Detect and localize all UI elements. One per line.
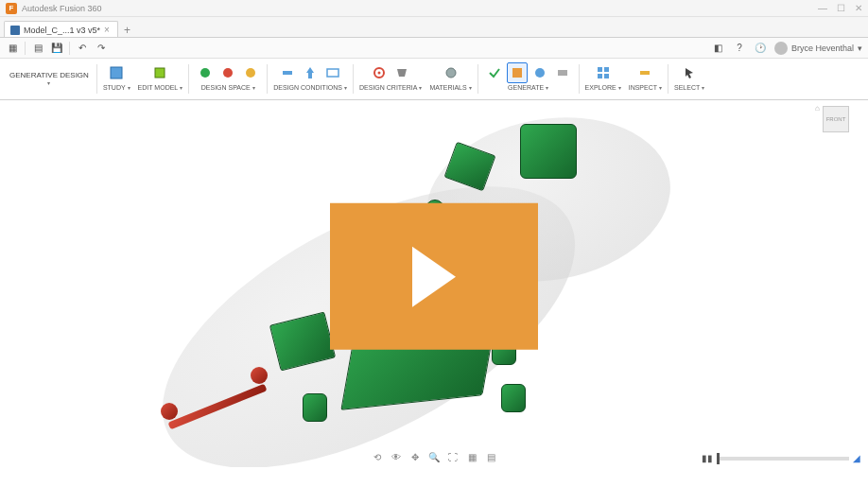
quick-access-toolbar: ▦ ▤ 💾 ↶ ↷ ◧ ? 🕑 Bryce Heventhal ▾: [0, 38, 868, 59]
edit-model-label: EDIT MODEL: [138, 84, 179, 91]
timeline-play-icon[interactable]: ▮▮: [702, 453, 713, 463]
timeline-handle[interactable]: [717, 453, 720, 464]
study-group: STUDY▾: [99, 61, 134, 97]
inspect-label: INSPECT: [629, 84, 657, 91]
constraints-button[interactable]: [277, 62, 298, 83]
home-view-icon[interactable]: ⌂: [815, 104, 820, 113]
display-settings-icon[interactable]: ▦: [465, 450, 478, 463]
status-button[interactable]: [552, 62, 573, 83]
user-name: Bryce Heventhal: [791, 43, 854, 53]
pan-icon[interactable]: ✥: [408, 450, 422, 463]
svg-rect-16: [604, 74, 609, 78]
explore-label: EXPLORE: [585, 84, 616, 91]
precheck-button[interactable]: [484, 62, 505, 83]
inspect-button[interactable]: [634, 62, 655, 83]
svg-point-4: [246, 68, 255, 78]
svg-point-9: [446, 68, 456, 78]
notifications-icon[interactable]: 🕑: [754, 42, 767, 55]
svg-rect-15: [598, 74, 602, 78]
generate-label: GENERATE: [508, 84, 544, 91]
user-menu[interactable]: Bryce Heventhal ▾: [774, 42, 862, 55]
svg-rect-10: [512, 68, 522, 78]
preserve-geometry-button[interactable]: [195, 62, 216, 83]
undo-icon[interactable]: ↶: [76, 42, 89, 55]
zoom-icon[interactable]: 🔍: [427, 450, 441, 463]
app-icon: F: [6, 3, 17, 14]
generate-group: GENERATE▾: [480, 61, 577, 97]
title-bar: F Autodesk Fusion 360 — ☐ ✕: [0, 0, 868, 17]
design-criteria-group: DESIGN CRITERIA▾: [356, 61, 425, 97]
svg-rect-14: [604, 67, 609, 72]
look-icon[interactable]: 👁: [390, 450, 403, 463]
objectives-button[interactable]: [369, 62, 390, 83]
svg-rect-12: [558, 70, 567, 76]
play-icon: [412, 246, 456, 306]
svg-rect-1: [155, 68, 165, 78]
explore-button[interactable]: [593, 62, 614, 83]
svg-point-8: [378, 72, 381, 75]
previewer-button[interactable]: [507, 62, 528, 83]
fit-icon[interactable]: ⛶: [446, 450, 460, 463]
chevron-down-icon: ▾: [858, 43, 862, 53]
study-button[interactable]: [106, 62, 127, 83]
workspace-label: GENERATIVE DESIGN: [9, 71, 89, 80]
inspect-group: INSPECT▾: [625, 61, 666, 97]
explore-group: EXPLORE▾: [582, 61, 625, 97]
edit-model-button[interactable]: [149, 62, 170, 83]
manufacturing-button[interactable]: [391, 62, 412, 83]
design-conditions-label: DESIGN CONDITIONS: [273, 84, 342, 91]
materials-button[interactable]: [441, 62, 461, 83]
load-case-button[interactable]: [322, 62, 343, 83]
redo-icon[interactable]: ↷: [95, 42, 108, 55]
window-controls: — ☐ ✕: [818, 3, 862, 13]
timeline: ▮▮ ◢: [702, 453, 860, 463]
svg-rect-13: [598, 67, 602, 72]
document-tabs: Model_C_...1 v3 v5* × +: [0, 17, 868, 38]
svg-point-2: [200, 68, 210, 78]
workspace-switcher[interactable]: GENERATIVE DESIGN ▾: [4, 61, 95, 97]
svg-rect-6: [327, 69, 339, 77]
navigation-bar: ⟲ 👁 ✥ 🔍 ⛶ ▦ ▤: [365, 448, 503, 465]
starting-shape-button[interactable]: [240, 62, 261, 83]
svg-point-11: [535, 68, 545, 78]
tab-label: Model_C_...1 v3 v5*: [24, 26, 100, 35]
edit-model-group: EDIT MODEL▾: [134, 61, 187, 97]
viewcube-face[interactable]: FRONT: [823, 106, 849, 132]
svg-rect-17: [640, 71, 650, 75]
maximize-button[interactable]: ☐: [837, 3, 845, 13]
ribbon-toolbar: GENERATIVE DESIGN ▾ STUDY▾ EDIT MODEL▾ D…: [0, 59, 868, 100]
minimize-button[interactable]: —: [818, 3, 827, 13]
document-icon: [10, 26, 20, 35]
close-button[interactable]: ✕: [855, 3, 862, 13]
help-icon[interactable]: ?: [733, 42, 746, 55]
design-criteria-label: DESIGN CRITERIA: [359, 84, 417, 91]
new-tab-button[interactable]: +: [118, 24, 136, 37]
save-icon[interactable]: 💾: [50, 42, 63, 55]
select-label: SELECT: [674, 84, 700, 91]
design-space-group: DESIGN SPACE▾: [191, 61, 265, 97]
grid-settings-icon[interactable]: ▤: [484, 450, 497, 463]
grid-menu-icon[interactable]: ▦: [6, 42, 19, 55]
extensions-icon[interactable]: ◧: [712, 42, 725, 55]
generate-button[interactable]: [529, 62, 550, 83]
loads-button[interactable]: [300, 62, 321, 83]
svg-rect-5: [283, 71, 292, 75]
timeline-track[interactable]: [717, 457, 849, 461]
orbit-icon[interactable]: ⟲: [371, 450, 384, 463]
svg-point-3: [223, 68, 233, 78]
chevron-down-icon: ▾: [47, 80, 50, 87]
app-title: Autodesk Fusion 360: [22, 4, 102, 13]
obstacle-geometry-button[interactable]: [217, 62, 238, 83]
document-tab[interactable]: Model_C_...1 v3 v5* ×: [4, 21, 118, 37]
svg-rect-0: [111, 67, 122, 78]
materials-group: MATERIALS▾: [425, 61, 475, 97]
tab-close-icon[interactable]: ×: [104, 25, 110, 35]
avatar-icon: [774, 42, 788, 55]
design-conditions-group: DESIGN CONDITIONS▾: [269, 61, 351, 97]
timeline-end-icon[interactable]: ◢: [853, 453, 860, 463]
viewport[interactable]: ⌂ FRONT ⟲ 👁 ✥ 🔍 ⛶ ▦ ▤ ▮▮ ◢: [0, 100, 868, 467]
file-menu-icon[interactable]: ▤: [31, 42, 44, 55]
viewcube[interactable]: ⌂ FRONT: [823, 106, 855, 138]
select-button[interactable]: [679, 62, 700, 83]
video-play-overlay[interactable]: [330, 203, 538, 350]
